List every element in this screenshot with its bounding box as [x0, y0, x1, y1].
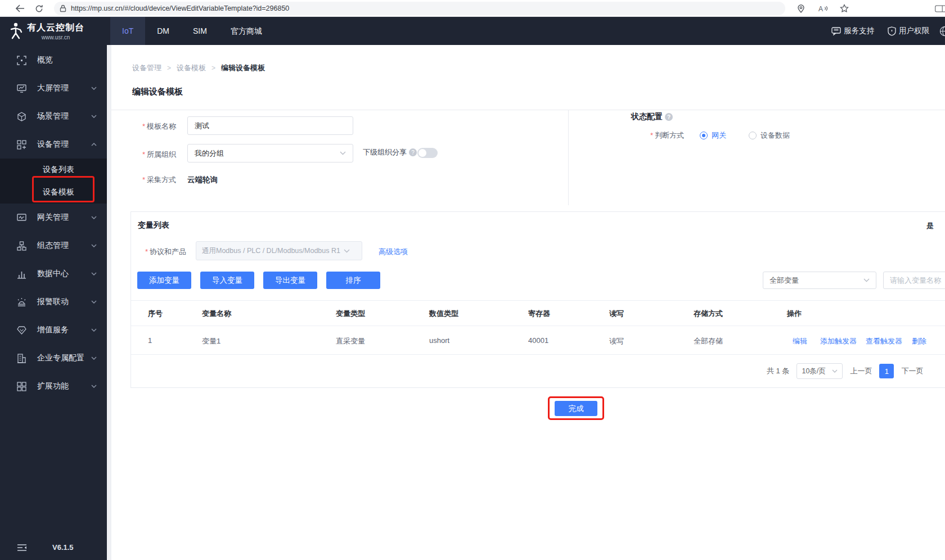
- sidebar-item-device-template[interactable]: 设备模板: [0, 181, 107, 204]
- overview-icon: [17, 56, 26, 65]
- page-title: 编辑设备模板: [132, 87, 183, 97]
- sidebar-item-scene-mgmt[interactable]: 场景管理: [0, 102, 107, 130]
- read-aloud-icon[interactable]: A: [817, 2, 829, 15]
- sidebar-item-device-mgmt[interactable]: 设备管理: [0, 130, 107, 159]
- location-icon[interactable]: [795, 2, 807, 15]
- truncated-right-text: 是: [926, 221, 934, 231]
- browser-sidebar-icon[interactable]: [935, 2, 945, 15]
- device-mgmt-submenu: 设备列表 设备模板: [0, 159, 107, 204]
- finish-button[interactable]: 完成: [555, 401, 597, 416]
- column-header-rw: 读写: [609, 309, 624, 319]
- sidebar-item-screen-mgmt[interactable]: 大屏管理: [0, 74, 107, 102]
- cell-var-type: 直采变量: [336, 336, 365, 346]
- support-link[interactable]: 服务支持: [831, 26, 874, 36]
- export-variable-button[interactable]: 导出变量: [263, 272, 317, 289]
- tab-mall[interactable]: 官方商城: [219, 17, 274, 45]
- protocol-select[interactable]: 通用Modbus / PLC / DL/Modbus/Modbus R1: [196, 241, 362, 260]
- pagination-total: 共 1 条: [767, 366, 789, 376]
- sidebar-item-value-added[interactable]: 增值服务: [0, 316, 107, 344]
- org-select[interactable]: 我的分组: [187, 144, 353, 162]
- main-content: 设备管理 > 设备模板 > 编辑设备模板 编辑设备模板 *模板名称 *所属组织 …: [111, 45, 945, 560]
- column-header-var-type: 变量类型: [336, 309, 365, 319]
- device-grid-icon: [17, 140, 26, 150]
- view-trigger-link[interactable]: 查看触发器: [866, 336, 902, 346]
- chevron-down-icon: [91, 272, 97, 276]
- sidebar-item-device-list[interactable]: 设备列表: [0, 159, 107, 181]
- sidebar-item-alarm-linkage[interactable]: 报警联动: [0, 288, 107, 316]
- tab-dm[interactable]: DM: [145, 17, 181, 45]
- judge-mode-row: *判断方式 网关 设备数据: [601, 130, 790, 141]
- help-icon[interactable]: ?: [665, 113, 673, 121]
- language-globe-icon[interactable]: [939, 26, 945, 37]
- big-screen-icon: [17, 84, 26, 93]
- sidebar-item-data-center[interactable]: 数据中心: [0, 260, 107, 288]
- favorite-star-icon[interactable]: [838, 2, 850, 15]
- tab-iot[interactable]: IoT: [110, 17, 145, 45]
- cell-index: 1: [148, 336, 152, 345]
- cell-register: 40001: [528, 336, 548, 345]
- radio-device-data[interactable]: 设备数据: [749, 130, 790, 141]
- variable-search-input[interactable]: [883, 272, 945, 289]
- advanced-options-link[interactable]: 高级选项: [379, 247, 408, 257]
- current-page-button[interactable]: 1: [879, 364, 894, 378]
- cell-name: 变量1: [202, 336, 220, 346]
- browser-refresh-icon[interactable]: [33, 2, 45, 15]
- table-border: [131, 354, 945, 355]
- next-page-button[interactable]: 下一页: [901, 366, 923, 376]
- chevron-down-icon: [344, 249, 350, 253]
- add-variable-button[interactable]: 添加变量: [137, 272, 191, 289]
- browser-back-icon[interactable]: [14, 2, 26, 15]
- url-text: https://mp.usr.cn/#/cloud/device/ViewEdi…: [71, 4, 289, 12]
- shield-icon: [888, 26, 896, 36]
- building-icon: [17, 354, 26, 363]
- cell-rw: 读写: [609, 336, 624, 346]
- sidebar-item-overview[interactable]: 概览: [0, 46, 107, 74]
- bar-chart-icon: [17, 269, 26, 279]
- table-border: [131, 300, 945, 301]
- variable-list-title: 变量列表: [138, 220, 169, 231]
- column-header-actions: 操作: [787, 309, 802, 319]
- site-lock-icon: [60, 4, 66, 12]
- sidebar-item-extensions[interactable]: 扩展功能: [0, 372, 107, 400]
- divider: [111, 110, 945, 110]
- share-toggle[interactable]: [417, 148, 438, 158]
- template-name-input[interactable]: [187, 116, 353, 135]
- alarm-light-icon: [17, 297, 26, 307]
- sidebar-item-enterprise-config[interactable]: 企业专属配置: [0, 344, 107, 372]
- variable-list-card: 变量列表 是 *协议和产品 通用Modbus / PLC / DL/Modbus…: [130, 211, 945, 388]
- delete-link[interactable]: 删除: [912, 336, 926, 346]
- breadcrumb-device-mgmt[interactable]: 设备管理: [132, 63, 161, 73]
- sidebar-footer: V6.1.5: [0, 542, 107, 554]
- gem-icon: [17, 326, 26, 335]
- logo-subtitle: www.usr.cn: [27, 34, 84, 40]
- permission-link[interactable]: 用户权限: [888, 26, 929, 36]
- sort-button[interactable]: 排序: [326, 272, 380, 289]
- chevron-down-icon: [91, 216, 97, 219]
- breadcrumb-current: 编辑设备模板: [221, 63, 265, 73]
- chevron-down-icon: [91, 328, 97, 332]
- template-name-label: *模板名称: [111, 121, 176, 132]
- breadcrumb-device-template[interactable]: 设备模板: [177, 63, 206, 73]
- tab-sim[interactable]: SIM: [181, 17, 219, 45]
- column-header-data-type: 数值类型: [429, 309, 458, 319]
- pagination: 共 1 条 10条/页 上一页 1 下一页: [767, 363, 923, 380]
- help-icon[interactable]: ?: [409, 148, 417, 156]
- address-bar[interactable]: https://mp.usr.cn/#/cloud/device/ViewEdi…: [54, 2, 785, 15]
- radio-gateway[interactable]: 网关: [700, 130, 726, 141]
- import-variable-button[interactable]: 导入变量: [200, 272, 254, 289]
- variable-filter-select[interactable]: 全部变量: [763, 272, 876, 289]
- chevron-down-icon: [91, 300, 97, 304]
- sidebar-item-gateway-mgmt[interactable]: 网关管理: [0, 204, 107, 232]
- usr-person-logo-icon: [7, 22, 24, 40]
- sidebar-item-scada-mgmt[interactable]: 组态管理: [0, 232, 107, 260]
- page-size-select[interactable]: 10条/页: [796, 363, 843, 379]
- version-label: V6.1.5: [52, 543, 74, 552]
- prev-page-button[interactable]: 上一页: [850, 366, 872, 376]
- app-logo[interactable]: 有人云控制台 www.usr.cn: [7, 17, 107, 45]
- chevron-down-icon: [91, 115, 97, 118]
- browser-toolbar: https://mp.usr.cn/#/cloud/device/ViewEdi…: [0, 0, 945, 17]
- collapse-sidebar-icon[interactable]: [17, 544, 27, 552]
- content-gutter: [107, 45, 111, 560]
- add-trigger-link[interactable]: 添加触发器: [820, 336, 857, 346]
- edit-link[interactable]: 编辑: [793, 336, 807, 346]
